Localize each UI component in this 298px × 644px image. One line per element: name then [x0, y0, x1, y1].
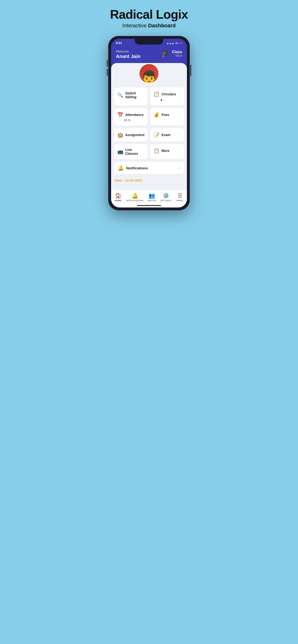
date-row: Date : 31-07-2021 [114, 176, 184, 187]
nav-settings-icon: ⚙️ [163, 192, 169, 199]
card-top: 📝 Exam [154, 132, 181, 138]
more-icon: 📋 [154, 148, 160, 154]
fees-card[interactable]: 💰 Fees [150, 108, 184, 126]
attendance-percent: 85 % [124, 118, 144, 122]
avatar: 👦 [138, 63, 160, 84]
circulars-number: 4 [160, 98, 162, 102]
circulars-card[interactable]: 📋 Circulars 4 ↓ [150, 88, 184, 106]
more-card[interactable]: 📋 More [150, 144, 184, 159]
nav-menu-label: MENU [177, 199, 183, 202]
main-content: 👦 🔍 Switch Sibling [111, 63, 187, 190]
circulars-count: 4 ↓ [160, 98, 181, 102]
status-bar: 8:51 ▲▲▲ 4G ▭ [111, 39, 187, 46]
subtitle-normal: Interactive [122, 22, 148, 28]
nav-menu[interactable]: ☰ MENU [174, 192, 186, 202]
live-classes-label: Live Classes [125, 148, 144, 156]
nav-notifications-label: NOTIFICATIONS [126, 199, 144, 202]
graduation-icon: 🎓 [162, 50, 170, 58]
home-indicator [111, 205, 187, 208]
status-time: 8:51 [116, 41, 122, 45]
vol-down-button [107, 69, 108, 76]
network-type: 4G [175, 42, 179, 44]
date-divider [115, 184, 183, 184]
exam-label: Exam [162, 133, 170, 137]
assignment-icon: 🏫 [117, 132, 123, 138]
nav-settings-label: SETTINGS [160, 199, 171, 202]
nav-menu-icon: ☰ [178, 192, 182, 199]
vol-up-button [107, 60, 108, 66]
notch [135, 39, 163, 44]
attendance-card[interactable]: 📅 Attendance 85 % [114, 108, 148, 126]
card-top: 🔍 Switch Sibling [117, 91, 144, 99]
app-title: Radical Logix [110, 7, 188, 22]
assignment-label: Assignment [125, 133, 144, 137]
assignment-card[interactable]: 🏫 Assignment [114, 128, 148, 142]
battery-icon: ▭ [180, 42, 182, 44]
status-icons: ▲▲▲ 4G ▭ [167, 42, 182, 44]
page-wrapper: Radical Logix Interactive Dashboard 8:51… [91, 7, 207, 210]
nav-home[interactable]: 🏠 HOME [112, 192, 124, 202]
phone-frame: 8:51 ▲▲▲ 4G ▭ Welcome Anant Jain 🎓 Class [108, 36, 190, 210]
exam-card[interactable]: 📝 Exam [150, 128, 184, 142]
card-top: 📋 More [154, 148, 181, 154]
card-top: 💰 Fees [154, 112, 181, 118]
signal-icon: ▲▲▲ [167, 42, 175, 44]
card-top: 📅 Attendance [117, 112, 144, 118]
down-arrow-icon: ↓ [163, 98, 165, 102]
class-value: VIII A [172, 54, 182, 58]
notification-bell-icon: 🔔 [118, 165, 124, 171]
class-block: 🎓 Class VIII A [162, 50, 182, 58]
welcome-block: Welcome Anant Jain [116, 50, 140, 59]
bottom-nav: 🏠 HOME 🔔 NOTIFICATIONS 👥 SWITCH ⚙️ SETTI… [111, 190, 187, 205]
class-label: Class [172, 50, 182, 54]
home-label: HOME [115, 199, 121, 202]
nav-bell-icon: 🔔 [132, 192, 138, 199]
student-name: Anant Jain [116, 54, 140, 59]
phone-screen: 8:51 ▲▲▲ 4G ▭ Welcome Anant Jain 🎓 Class [111, 39, 187, 208]
avatar-container: 👦 [114, 63, 184, 84]
switch-sibling-card[interactable]: 🔍 Switch Sibling [114, 88, 148, 106]
dashboard-grid: 🔍 Switch Sibling 📋 Circulars 4 ↓ [114, 88, 184, 159]
card-top: 📺 Live Classes [117, 148, 144, 156]
live-classes-card[interactable]: 📺 Live Classes [114, 144, 148, 159]
welcome-label: Welcome [116, 50, 140, 53]
live-classes-icon: 📺 [117, 149, 123, 154]
nav-notifications[interactable]: 🔔 NOTIFICATIONS [126, 192, 144, 202]
chevron-right-icon: › [179, 166, 180, 170]
nav-switch-icon: 👥 [148, 192, 155, 199]
home-bar [137, 205, 161, 206]
subtitle-bold: Dashboard [148, 22, 176, 28]
circulars-label: Circulars [162, 92, 176, 96]
avatar-placeholder: 👦 [139, 64, 159, 83]
class-info: Class VIII A [172, 50, 182, 58]
nav-settings[interactable]: ⚙️ SETTINGS [160, 192, 172, 202]
switch-sibling-label: Switch Sibling [125, 91, 144, 99]
date-text: Date : 31-07-2021 [115, 178, 183, 182]
notification-left: 🔔 Notifications [118, 165, 148, 171]
attendance-icon: 📅 [117, 112, 123, 118]
card-top: 🏫 Assignment [117, 132, 144, 138]
home-icon: 🏠 [115, 192, 121, 199]
student-icon: 👦 [141, 71, 157, 83]
more-label: More [162, 149, 169, 152]
fees-label: Fees [162, 113, 169, 117]
attendance-label: Attendance [125, 113, 143, 117]
exam-icon: 📝 [154, 132, 160, 138]
app-subtitle: Interactive Dashboard [122, 22, 176, 29]
fees-icon: 💰 [154, 112, 160, 118]
notifications-row[interactable]: 🔔 Notifications › [114, 162, 184, 174]
switch-sibling-icon: 🔍 [117, 92, 123, 98]
nav-switch[interactable]: 👥 SWITCH [146, 192, 158, 202]
nav-switch-label: SWITCH [147, 199, 156, 202]
power-button [190, 65, 191, 76]
notifications-label: Notifications [126, 166, 148, 170]
circulars-icon: 📋 [154, 91, 160, 97]
card-top: 📋 Circulars [154, 91, 181, 97]
